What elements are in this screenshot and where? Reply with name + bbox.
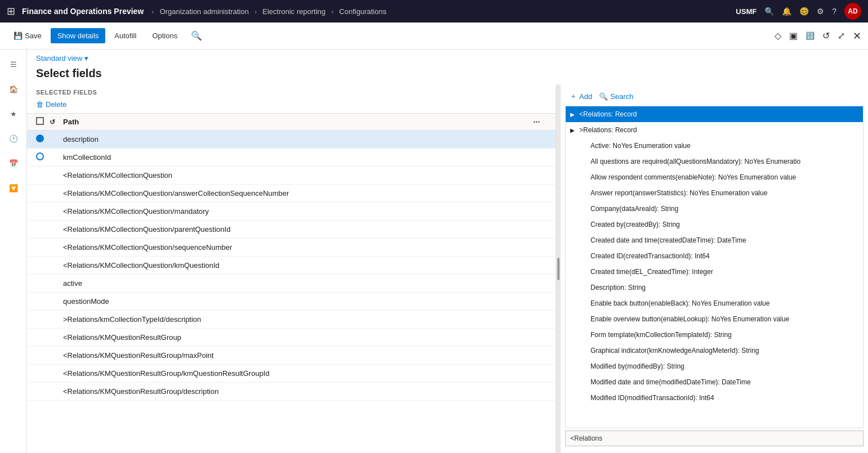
sidebar-menu-icon[interactable]: ☰ xyxy=(3,54,24,74)
selected-fields-area: SELECTED FIELDS 🗑 Delete ↺ Path xyxy=(27,84,868,453)
grid-icon[interactable]: ⊞ xyxy=(7,5,15,17)
table-row[interactable]: <Relations/KMCollectionQuestion xyxy=(27,167,556,185)
more-header-col: ⋯ xyxy=(533,118,547,126)
notifications-icon[interactable]: 🔔 xyxy=(782,7,791,16)
topbar-right-section: USMF 🔍 🔔 😊 ⚙ ? AD xyxy=(736,3,861,20)
tree-item-13[interactable]: Enable overview button(enableLookup): No… xyxy=(566,311,863,327)
tree-item-10[interactable]: Created time(dEL_CreatedTime): Integer xyxy=(566,264,863,280)
top-navigation-bar: ⊞ Finance and Operations Preview › Organ… xyxy=(0,0,868,23)
table-row[interactable]: <Relations/KMQuestionResultGroup/kmQuest… xyxy=(27,365,556,383)
sidebar-favorites-icon[interactable]: ★ xyxy=(3,104,24,124)
breadcrumb-er[interactable]: Electronic reporting xyxy=(262,7,325,16)
breadcrumb-sep-1: › xyxy=(151,7,154,16)
delete-button[interactable]: 🗑 Delete xyxy=(27,98,556,113)
add-button[interactable]: ＋ Add xyxy=(570,91,592,101)
tree-item-17[interactable]: Modified date and time(modifiedDateTime)… xyxy=(566,374,863,390)
sidebar-workspaces-icon[interactable]: 📅 xyxy=(3,153,24,173)
toolbar: 💾 Save Show details Autofill Options 🔍 ◇… xyxy=(0,23,868,50)
table-row[interactable]: <Relations/KMCollectionQuestion/answerCo… xyxy=(27,185,556,203)
table-row[interactable]: active xyxy=(27,275,556,293)
more-icon[interactable]: ⋯ xyxy=(533,118,540,126)
toolbar-search-icon[interactable]: 🔍 xyxy=(191,30,202,41)
tree-item-9[interactable]: Created ID(createdTransactionId): Int64 xyxy=(566,248,863,264)
table-row[interactable]: <Relations/KMCollectionQuestion/sequence… xyxy=(27,239,556,257)
bottom-input-field[interactable] xyxy=(565,430,863,446)
selected-fields-header: SELECTED FIELDS xyxy=(27,84,556,98)
tree-label-0: <Relations: Record xyxy=(579,110,637,118)
table-row[interactable]: kmCollectionId xyxy=(27,149,556,167)
panel-divider[interactable] xyxy=(556,84,561,453)
tree-item-4[interactable]: Allow respondent comments(enableNote): N… xyxy=(566,169,863,185)
tree-item-11[interactable]: Description: String xyxy=(566,280,863,295)
tree-item-5[interactable]: Answer report(answerStatistics): NoYes E… xyxy=(566,185,863,201)
refresh-icon[interactable]: ↺ xyxy=(822,30,830,41)
table-row[interactable]: >Relations/kmCollectionTypeId/descriptio… xyxy=(27,311,556,329)
show-details-button[interactable]: Show details xyxy=(51,28,106,43)
add-label: Add xyxy=(579,92,592,101)
table-row[interactable]: questionMode xyxy=(27,293,556,311)
sidebar-home-icon[interactable]: 🏠 xyxy=(3,79,24,99)
tree-arrow-1: ▶ xyxy=(570,127,579,133)
radio-btn-0 xyxy=(36,134,44,142)
tree-label-3: All questions are required(allQuestionsM… xyxy=(590,158,800,165)
emoji-icon[interactable]: 😊 xyxy=(799,7,809,16)
row-path-8: active xyxy=(63,279,533,288)
tree-arrow-0: ▶ xyxy=(570,111,579,118)
breadcrumb-org[interactable]: Organization administration xyxy=(160,7,249,16)
path-column-header: Path xyxy=(63,118,533,126)
left-sidebar: ☰ 🏠 ★ 🕐 📅 🔽 xyxy=(0,50,27,453)
tree-item-8[interactable]: Created date and time(createdDateTime): … xyxy=(566,232,863,248)
search-icon[interactable]: 🔍 xyxy=(764,7,774,16)
table-row[interactable]: <Relations/KMQuestionResultGroup/maxPoin… xyxy=(27,347,556,365)
tree-label-4: Allow respondent comments(enableNote): N… xyxy=(590,173,796,181)
tree-label-13: Enable overview button(enableLookup): No… xyxy=(590,315,789,323)
tree-item-15[interactable]: Graphical indicator(kmKnowledgeAnalogMet… xyxy=(566,343,863,358)
tree-label-6: Company(dataAreaId): String xyxy=(590,205,678,213)
table-row[interactable]: <Relations/KMQuestionResultGroup xyxy=(27,329,556,347)
autofill-button[interactable]: Autofill xyxy=(108,28,143,43)
tree-label-18: Modified ID(modifiedTransactionId): Int6… xyxy=(590,394,714,402)
tree-label-5: Answer report(answerStatistics): NoYes E… xyxy=(590,189,767,197)
radio-btn-1 xyxy=(36,153,44,160)
table-row[interactable]: <Relations/KMCollectionQuestion/parentQu… xyxy=(27,221,556,239)
tree-label-2: Active: NoYes Enumeration value xyxy=(590,142,691,150)
expand-icon[interactable]: ⤢ xyxy=(838,30,845,41)
tree-item-7[interactable]: Created by(createdBy): String xyxy=(566,217,863,232)
table-row[interactable]: description xyxy=(27,131,556,149)
tree-item-16[interactable]: Modified by(modifiedBy): String xyxy=(566,358,863,374)
tree-item-12[interactable]: Enable back button(enableBack): NoYes En… xyxy=(566,295,863,311)
toolbar-right: ◇ ▣ 🔢 ↺ ⤢ ✕ xyxy=(775,30,861,42)
standard-view-dropdown[interactable]: Standard view ▾ xyxy=(36,54,88,62)
tree-item-3[interactable]: All questions are required(allQuestionsM… xyxy=(566,154,863,169)
breadcrumb-conf[interactable]: Configurations xyxy=(339,7,387,16)
panel-icon[interactable]: ▣ xyxy=(789,30,798,41)
table-row[interactable]: <Relations/KMCollectionQuestion/kmQuesti… xyxy=(27,257,556,275)
badge-icon[interactable]: 🔢 xyxy=(806,32,815,40)
sidebar-filter-icon[interactable]: 🔽 xyxy=(3,178,24,198)
delete-icon: 🗑 xyxy=(36,100,43,109)
search-button[interactable]: 🔍 Search xyxy=(599,92,633,101)
options-button[interactable]: Options xyxy=(145,28,184,43)
page-title: Select fields xyxy=(36,67,859,80)
avatar[interactable]: AD xyxy=(844,3,861,20)
help-icon[interactable]: ? xyxy=(832,7,836,16)
row-path-4: <Relations/KMCollectionQuestion/mandator… xyxy=(63,207,533,216)
tree-item-6[interactable]: Company(dataAreaId): String xyxy=(566,201,863,217)
tree-item-18[interactable]: Modified ID(modifiedTransactionId): Int6… xyxy=(566,390,863,406)
right-panel: ＋ Add 🔍 Search ▶ <Relations: Record ▶ xyxy=(561,84,868,453)
diamond-icon[interactable]: ◇ xyxy=(775,30,781,41)
tree-item-14[interactable]: Form template(kmCollectionTemplateId): S… xyxy=(566,327,863,343)
save-button[interactable]: 💾 Save xyxy=(7,28,48,43)
row-path-7: <Relations/KMCollectionQuestion/kmQuesti… xyxy=(63,261,533,270)
tree-item-2[interactable]: Active: NoYes Enumeration value xyxy=(566,138,863,154)
sidebar-recent-icon[interactable]: 🕐 xyxy=(3,128,24,149)
settings-icon[interactable]: ⚙ xyxy=(817,7,824,16)
close-icon[interactable]: ✕ xyxy=(853,30,861,42)
tree-label-11: Description: String xyxy=(590,284,646,291)
tree-label-7: Created by(createdBy): String xyxy=(590,221,680,228)
table-row[interactable]: <Relations/KMCollectionQuestion/mandator… xyxy=(27,203,556,221)
tree-item-1[interactable]: ▶ >Relations: Record xyxy=(566,122,863,138)
tree-item-0[interactable]: ▶ <Relations: Record xyxy=(566,106,863,122)
row-path-3: <Relations/KMCollectionQuestion/answerCo… xyxy=(63,189,533,198)
table-row[interactable]: <Relations/KMQuestionResultGroup/descrip… xyxy=(27,383,556,401)
